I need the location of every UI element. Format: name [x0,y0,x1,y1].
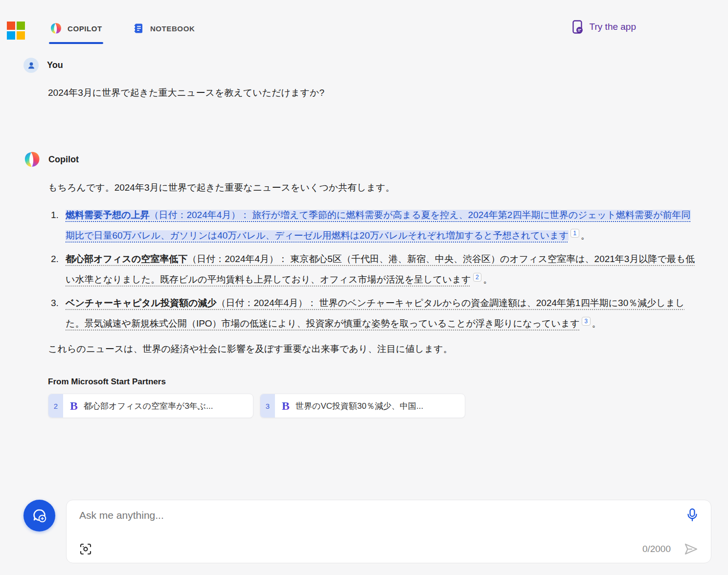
publisher-logo-icon: B [282,399,290,413]
news-link-1[interactable]: 燃料需要予想の上昇（日付：2024年4月）： 旅行が増えて季節的に燃料需要が高ま… [66,210,691,241]
tab-bar: COPILOT NOTEBOOK [49,19,196,44]
user-message: You 2024年3月に世界で起きた重大ニュースを教えていただけますか? [23,58,711,100]
sentence-end: 。 [592,318,601,329]
top-bar: COPILOT NOTEBOOK Try the app [0,0,728,49]
list-item: 3. ベンチャーキャピタル投資額の減少（日付：2024年4月）： 世界のベンチャ… [48,293,711,334]
citation-badge-2[interactable]: 2 [473,273,482,282]
phone-chat-icon [571,20,584,34]
copilot-sender-name: Copilot [48,155,79,165]
citation-badge-3[interactable]: 3 [582,317,591,326]
microphone-icon [686,508,698,523]
character-counter: 0/2000 [642,544,671,554]
list-item-number: 2. [48,249,66,290]
new-chat-icon [31,508,48,524]
tab-copilot[interactable]: COPILOT [49,19,103,44]
tab-notebook[interactable]: NOTEBOOK [132,19,196,44]
user-sender-name: You [47,60,63,70]
sentence-end: 。 [483,274,492,285]
composer: 0/2000 [23,500,711,563]
chat-area: You 2024年3月に世界で起きた重大ニュースを教えていただけますか? Cop… [0,58,728,418]
camera-scan-icon [79,543,92,555]
source-cards: 2 B 都心部オフィスの空室率が3年ぶ... 3 B 世界のVC投資額30％減少… [48,394,711,418]
notebook-icon [133,22,144,34]
publisher-logo-icon: B [70,399,78,413]
source-card-3-title: 世界のVC投資額30％減少、中国... [296,400,423,412]
list-item: 1. 燃料需要予想の上昇（日付：2024年4月）： 旅行が増えて季節的に燃料需要… [48,205,711,246]
list-item-number: 1. [48,205,66,246]
source-card-2-number: 2 [48,394,63,418]
sources-heading: From Microsoft Start Partners [48,377,711,387]
user-question-text: 2024年3月に世界で起きた重大ニュースを教えていただけますか? [48,86,711,100]
try-the-app-link[interactable]: Try the app [571,20,636,34]
copilot-intro-text: もちろんです。2024年3月に世界で起きた重要なニュースをいくつか共有します。 [48,180,711,195]
news-link-1-title: 燃料需要予想の上昇 [66,210,149,220]
news-text-2: 都心部オフィスの空室率低下（日付：2024年4月）： 東京都心5区（千代田、港、… [66,254,695,285]
send-icon [683,542,698,556]
source-card-3[interactable]: 3 B 世界のVC投資額30％減少、中国... [260,394,465,418]
tab-notebook-label: NOTEBOOK [150,24,195,33]
news-link-1-body: （日付：2024年4月）： 旅行が増えて季節的に燃料需要が高まる夏を控え、202… [66,210,691,241]
user-avatar [23,58,39,73]
send-button[interactable] [683,542,698,556]
active-tab-underline [49,42,103,44]
tab-copilot-label: COPILOT [68,24,102,33]
list-item-number: 3. [48,293,66,334]
sentence-end: 。 [581,230,590,241]
ask-input[interactable] [79,509,679,521]
new-chat-button[interactable] [23,500,55,531]
news-text-3-title: ベンチャーキャピタル投資額の減少 [66,298,216,308]
news-list: 1. 燃料需要予想の上昇（日付：2024年4月）： 旅行が増えて季節的に燃料需要… [48,205,711,334]
person-icon [27,61,36,70]
citation-badge-1[interactable]: 1 [570,229,579,238]
source-card-2[interactable]: 2 B 都心部オフィスの空室率が3年ぶ... [48,394,253,418]
list-item: 2. 都心部オフィスの空室率低下（日付：2024年4月）： 東京都心5区（千代田… [48,249,711,290]
copilot-avatar-icon [23,151,40,168]
screenshot-capture-button[interactable] [79,543,92,555]
copilot-message: Copilot もちろんです。2024年3月に世界で起きた重要なニュースをいくつ… [23,151,711,418]
closing-text: これらのニュースは、世界の経済や社会に影響を及ぼす重要な出来事であり、注目に値し… [48,343,711,355]
try-the-app-label: Try the app [590,22,636,32]
microsoft-logo-icon[interactable] [7,22,25,40]
copilot-logo-icon [50,22,62,34]
message-input-box[interactable]: 0/2000 [66,500,711,563]
source-card-2-title: 都心部オフィスの空室率が3年ぶ... [84,400,213,412]
news-text-2-title: 都心部オフィスの空室率低下 [66,254,187,264]
source-card-3-number: 3 [260,394,275,418]
microphone-button[interactable] [686,508,698,523]
